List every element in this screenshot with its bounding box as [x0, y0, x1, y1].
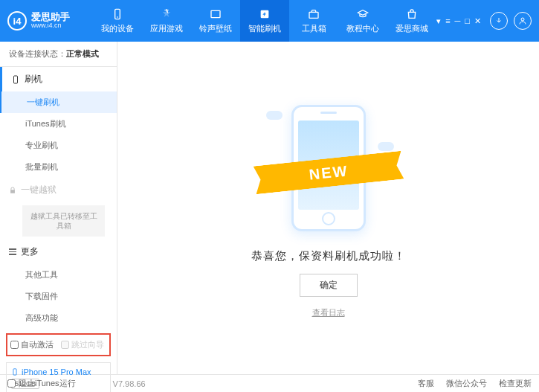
minimize-icon[interactable]: ─ — [455, 16, 461, 25]
nav-apps[interactable]: 应用游戏 — [142, 0, 191, 42]
brand-name: 爱思助手 — [31, 12, 70, 22]
cloud-icon — [266, 111, 283, 120]
svg-rect-0 — [115, 9, 120, 19]
view-log-link[interactable]: 查看日志 — [312, 307, 345, 318]
download-button[interactable] — [490, 12, 508, 30]
hamburger-icon — [9, 248, 16, 255]
sidebar-item-advanced[interactable]: 高级功能 — [0, 307, 117, 329]
logo-icon: i4 — [7, 11, 27, 30]
sidebar-item-pro[interactable]: 专业刷机 — [0, 135, 117, 156]
apps-icon — [160, 7, 173, 21]
close-icon[interactable]: ✕ — [474, 16, 481, 26]
auto-activate-checkbox[interactable]: 自动激活 — [10, 339, 54, 350]
cloud-icon — [378, 142, 394, 151]
header-controls: ▾ ≡ ─ □ ✕ — [436, 12, 532, 30]
block-itunes-checkbox[interactable]: 阻止iTunes运行 — [7, 378, 76, 389]
success-message: 恭喜您，保资料刷机成功啦！ — [251, 249, 406, 263]
sidebar-item-firmware[interactable]: 下载固件 — [0, 286, 117, 307]
menu-icon[interactable]: ▾ — [436, 16, 441, 26]
footer-update-link[interactable]: 检查更新 — [499, 378, 532, 389]
svg-point-5 — [521, 18, 524, 21]
main-content: NEW 恭喜您，保资料刷机成功啦！ 确定 查看日志 — [117, 42, 539, 374]
sidebar-more-header[interactable]: 更多 — [0, 240, 117, 264]
nav-store[interactable]: 爱思商城 — [387, 0, 436, 42]
device-name: iPhone 15 Pro Max — [11, 367, 106, 376]
nav-my-device[interactable]: 我的设备 — [93, 0, 142, 42]
bag-icon — [405, 7, 419, 21]
sidebar-item-other[interactable]: 其他工具 — [0, 264, 117, 286]
skip-guide-checkbox[interactable]: 跳过向导 — [61, 339, 104, 350]
svg-rect-4 — [309, 12, 318, 18]
nav-flash[interactable]: 智能刷机 — [240, 0, 289, 42]
settings-icon[interactable]: ≡ — [445, 16, 450, 25]
sidebar-flash-header[interactable]: 刷机 — [0, 67, 117, 91]
svg-rect-2 — [211, 10, 220, 17]
footer-wechat-link[interactable]: 微信公众号 — [446, 378, 487, 389]
device-phone-icon — [11, 367, 19, 376]
sidebar-item-batch[interactable]: 批量刷机 — [0, 156, 117, 178]
svg-rect-7 — [13, 369, 16, 375]
maximize-icon[interactable]: □ — [465, 16, 470, 25]
jailbreak-note: 越狱工具已转移至工具箱 — [22, 205, 105, 237]
success-illustration: NEW — [262, 97, 396, 239]
connection-status: 设备连接状态：正常模式 — [0, 42, 117, 67]
brand-area: i4 爱思助手 www.i4.cn — [7, 11, 93, 30]
phone-icon — [111, 7, 124, 21]
ok-button[interactable]: 确定 — [300, 274, 358, 297]
sidebar-jailbreak-header: 一键越狱 — [0, 178, 117, 202]
phone-small-icon — [11, 75, 20, 84]
nav-toolbox[interactable]: 工具箱 — [289, 0, 338, 42]
flash-icon — [258, 7, 271, 21]
image-icon — [209, 7, 222, 21]
grad-cap-icon — [356, 7, 369, 21]
brand-url: www.i4.cn — [31, 22, 70, 30]
version-label: V7.98.66 — [113, 379, 146, 388]
svg-rect-6 — [14, 76, 18, 83]
sidebar-item-oneclick[interactable]: 一键刷机 — [0, 91, 117, 113]
nav-ringtones[interactable]: 铃声壁纸 — [191, 0, 240, 42]
sidebar-item-itunes[interactable]: iTunes刷机 — [0, 113, 117, 135]
options-box: 自动激活 跳过向导 — [6, 333, 111, 356]
footer-support-link[interactable]: 客服 — [418, 378, 434, 389]
sidebar: 设备连接状态：正常模式 刷机 一键刷机 iTunes刷机 专业刷机 批量刷机 一… — [0, 42, 117, 374]
top-nav: 我的设备 应用游戏 铃声壁纸 智能刷机 工具箱 教程中心 爱思商城 — [93, 0, 436, 42]
app-header: i4 爱思助手 www.i4.cn 我的设备 应用游戏 铃声壁纸 智能刷机 工具… — [0, 0, 539, 42]
lock-icon — [9, 187, 16, 194]
user-button[interactable] — [514, 12, 532, 30]
nav-tutorials[interactable]: 教程中心 — [338, 0, 387, 42]
toolbox-icon — [307, 7, 320, 21]
